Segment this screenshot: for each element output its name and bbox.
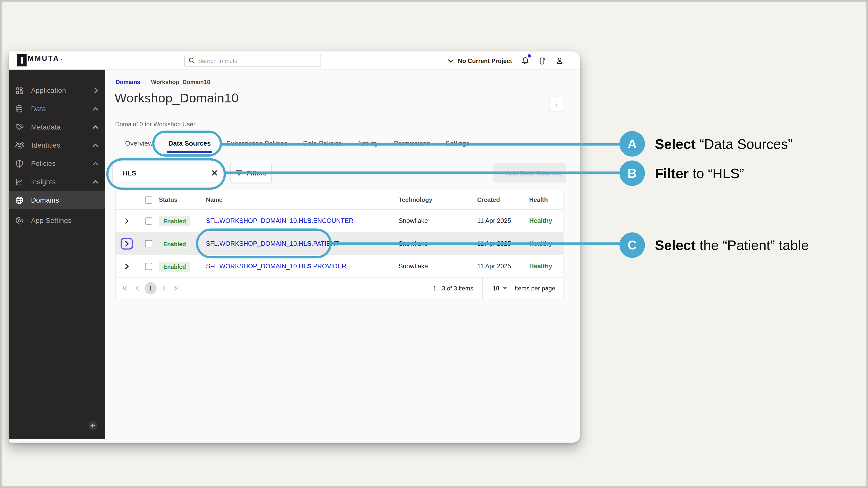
whats-new-button[interactable] (539, 56, 547, 65)
expand-row-icon[interactable] (121, 238, 133, 249)
top-bar: MMUTA ™ No Current Project (9, 52, 580, 70)
person-icon (556, 57, 564, 65)
chevron-right-icon (93, 87, 98, 93)
sidebar-item-label: Metadata (31, 123, 61, 131)
status-badge: Enabled (159, 262, 190, 272)
table-header-row: Status Name Technology Created Health (116, 190, 563, 209)
page-title: Workshop_Domain10 (115, 91, 239, 106)
sidebar-item-label: Policies (31, 160, 56, 167)
divider (482, 278, 483, 299)
annotation-circle-patient-row (196, 228, 332, 258)
items-per-page-label: items per page (515, 285, 555, 291)
column-header-created: Created (477, 196, 529, 203)
globe-icon (15, 196, 24, 204)
mobile-signal-icon (539, 56, 547, 65)
items-per-page-value: 10 (493, 285, 500, 291)
created-cell: 11 Apr 2025 (477, 263, 529, 269)
previous-page-icon[interactable] (132, 283, 143, 293)
current-project-label: No Current Project (458, 57, 512, 64)
sidebar-item-label: Domains (31, 196, 59, 204)
user-profile-button[interactable] (556, 57, 564, 65)
sidebar-item-label: Identities (32, 141, 61, 149)
sidebar-item-label: Data (31, 105, 46, 113)
sidebar-item-application[interactable]: Application (9, 82, 105, 100)
sidebar-item-identities[interactable]: Identities (9, 136, 105, 154)
technology-cell: Snowflake (399, 217, 477, 224)
bell-icon (521, 56, 529, 65)
annotation-line-b (225, 171, 621, 174)
breadcrumb-separator: › (145, 79, 147, 85)
sidebar-item-app-settings[interactable]: App Settings (9, 212, 105, 230)
pagination-controls: 1 (120, 282, 181, 294)
expand-row-icon[interactable] (122, 261, 131, 271)
health-cell: Healthy (529, 217, 563, 224)
sidebar-item-domains[interactable]: Domains (9, 191, 105, 209)
sidebar-item-policies[interactable]: Policies (9, 154, 105, 173)
chevron-up-icon (92, 180, 98, 184)
sidebar-collapse-button[interactable] (89, 421, 97, 430)
arrow-left-icon (90, 423, 95, 428)
notification-dot (527, 54, 531, 57)
kebab-icon: ⋮ (553, 100, 561, 108)
breadcrumb-domains-link[interactable]: Domains (116, 78, 141, 85)
annotation-line-a (221, 143, 620, 145)
main-content: Domains › Workshop_Domain10 Workshop_Dom… (105, 70, 580, 443)
global-search-input[interactable] (184, 55, 321, 67)
chevron-up-icon (92, 106, 98, 111)
column-header-health: Health (529, 196, 563, 203)
breadcrumb: Domains › Workshop_Domain10 (116, 78, 211, 85)
pagination-bar: 1 1 - 3 of 3 items 10 items per page (116, 278, 563, 299)
current-project-selector[interactable]: No Current Project (448, 57, 512, 64)
tab-overview[interactable]: Overview (124, 135, 154, 153)
annotation-badge-b: B (619, 160, 645, 186)
data-source-link-encounter[interactable]: SFL.WORKSHOP_DOMAIN_10.HLS.ENCOUNTER (206, 217, 399, 224)
tag-icon (15, 123, 24, 131)
global-search (184, 55, 321, 67)
last-page-icon[interactable] (171, 283, 181, 293)
sidebar-item-metadata[interactable]: Metadata (9, 118, 105, 136)
sidebar-item-label: Insights (31, 178, 56, 186)
table-row-encounter[interactable]: Enabled SFL.WORKSHOP_DOMAIN_10.HLS.ENCOU… (116, 209, 563, 232)
search-icon (188, 57, 195, 64)
database-icon (15, 104, 24, 113)
items-per-page-select[interactable]: 10 (493, 285, 507, 291)
chevron-up-icon (92, 161, 98, 166)
immuta-logo-text: MMUTA (28, 54, 60, 63)
first-page-icon[interactable] (120, 283, 130, 293)
app-grid-icon (15, 86, 24, 95)
health-cell: Healthy (529, 263, 563, 269)
annotation-line-c (329, 242, 620, 245)
annotation-circle-data-sources-tab (152, 131, 222, 157)
notifications-button[interactable] (521, 56, 529, 65)
sidebar-nav: Application Data Metadata Identities Pol (9, 70, 105, 439)
next-page-icon[interactable] (159, 283, 169, 293)
trademark-symbol: ™ (60, 58, 62, 61)
created-cell: 11 Apr 2025 (477, 217, 529, 224)
annotation-text-a: Select “Data Sources” (655, 136, 793, 152)
row-checkbox[interactable] (145, 263, 152, 270)
status-badge: Enabled (159, 239, 190, 249)
data-source-link-provider[interactable]: SFL.WORKSHOP_DOMAIN_10.HLS.PROVIDER (206, 263, 399, 269)
row-checkbox[interactable] (145, 217, 152, 224)
annotation-circle-hls-search (106, 158, 226, 190)
table-row-provider[interactable]: Enabled SFL.WORKSHOP_DOMAIN_10.HLS.PROVI… (116, 255, 563, 278)
gear-icon (15, 216, 24, 225)
row-checkbox[interactable] (145, 240, 152, 247)
top-bar-right-cluster: No Current Project (448, 52, 564, 70)
sidebar-item-label: Application (31, 87, 66, 94)
chevron-down-icon (448, 59, 454, 63)
breadcrumb-current: Workshop_Domain10 (151, 78, 210, 85)
immuta-logo[interactable]: MMUTA ™ (17, 54, 62, 66)
domain-actions-menu-button[interactable]: ⋮ (550, 97, 564, 111)
chevron-up-icon (92, 143, 98, 148)
sidebar-item-insights[interactable]: Insights (9, 173, 105, 191)
expand-row-icon[interactable] (122, 216, 131, 226)
chart-icon (15, 177, 24, 186)
annotation-badge-a: A (619, 131, 645, 156)
annotation-text-c: Select the “Patient” table (655, 237, 809, 254)
select-all-checkbox[interactable] (145, 196, 152, 203)
sidebar-item-data[interactable]: Data (9, 100, 105, 118)
page-number-button[interactable]: 1 (145, 282, 156, 294)
technology-cell: Snowflake (399, 263, 477, 269)
annotation-badge-c: C (619, 232, 645, 258)
